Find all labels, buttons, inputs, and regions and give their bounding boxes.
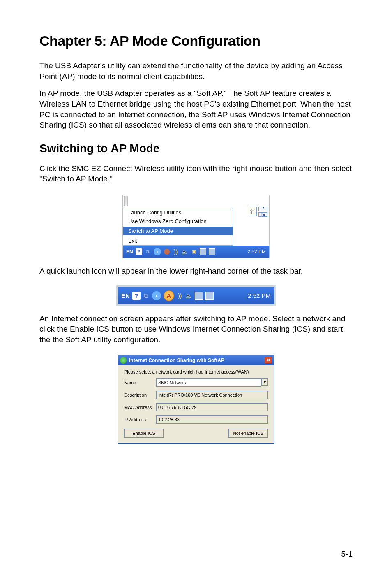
taskbar-closeup-figure: EN ? ⧉ ‹ A )) 🔈 2:52 PM <box>116 286 276 306</box>
description-label: Description <box>124 392 156 397</box>
display-tray-icon[interactable]: ▣ <box>191 248 197 255</box>
dialog-title: Internet Connection Sharing with SoftAP <box>129 357 224 363</box>
signal-icon[interactable]: )) <box>173 248 179 255</box>
tray-icon-1[interactable] <box>195 292 203 300</box>
network-tray-icon[interactable] <box>164 248 170 255</box>
tray-icon-2[interactable] <box>205 292 214 300</box>
help-icon[interactable]: ? <box>136 248 142 255</box>
mac-address-field: 00-16-76-63-5C-79 <box>156 403 268 411</box>
close-icon[interactable]: ✕ <box>265 357 272 364</box>
language-indicator[interactable]: EN <box>121 292 130 299</box>
page-number: 5-1 <box>341 550 353 559</box>
menu-item-windows-zero[interactable]: Use Windows Zero Configuration <box>123 217 233 225</box>
instruction-paragraph-3: An Internet connection screen appears af… <box>39 313 353 345</box>
intro-paragraph-2: In AP mode, the USB Adapter operates as … <box>39 88 353 130</box>
language-indicator[interactable]: EN <box>126 249 133 255</box>
instruction-paragraph-1: Click the SMC EZ Connect Wireless utilit… <box>39 163 353 184</box>
clock: 2:52 PM <box>248 292 271 299</box>
instruction-paragraph-2: A quick launch icon will appear in the l… <box>39 266 353 276</box>
dropdown-arrow-icon[interactable]: ▾ <box>261 378 268 386</box>
dialog-titlebar: Internet Connection Sharing with SoftAP … <box>118 355 274 365</box>
window-restore-icon[interactable]: ⧉ <box>143 292 150 299</box>
tray-icon-1[interactable] <box>200 248 206 255</box>
ap-mode-tray-icon[interactable]: A <box>164 290 174 301</box>
help-icon[interactable]: ? <box>132 292 141 300</box>
scrollbar-stub <box>124 196 128 206</box>
menu-item-switch-ap[interactable]: Switch to AP Mode <box>123 227 233 235</box>
chapter-title: Chapter 5: AP Mode Configuration <box>39 33 353 49</box>
menu-item-exit[interactable]: Exit <box>123 237 233 245</box>
recycle-bin-icon[interactable]: 🗑 <box>248 207 257 216</box>
show-hidden-icons[interactable]: ‹ <box>154 248 161 255</box>
chevron-down-icon[interactable]: ˅ <box>258 207 267 211</box>
enable-ics-button[interactable]: Enable ICS <box>124 429 164 438</box>
name-label: Name <box>124 380 156 385</box>
app-icon <box>120 357 127 364</box>
mac-address-label: MAC Address <box>124 405 156 410</box>
prev-icon[interactable]: ꟾ◂ <box>258 212 267 217</box>
intro-paragraph-1: The USB Adapter's utility can extend the… <box>39 60 353 81</box>
signal-icon[interactable]: )) <box>177 292 183 299</box>
dialog-prompt: Please select a network card which had I… <box>124 369 268 374</box>
ics-dialog: Internet Connection Sharing with SoftAP … <box>118 355 274 444</box>
menu-item-launch-config[interactable]: Launch Config Utilities <box>123 208 233 217</box>
volume-icon[interactable]: 🔈 <box>182 248 188 255</box>
taskbar: EN ? ⧉ ‹ )) 🔈 ▣ 2:52 PM <box>123 246 269 258</box>
tray-context-menu: Launch Config Utilities Use Windows Zero… <box>123 208 233 246</box>
name-select[interactable]: SMC Network <box>156 378 261 387</box>
show-hidden-icons[interactable]: ‹ <box>152 291 161 300</box>
not-enable-ics-button[interactable]: Not enable ICS <box>228 429 268 438</box>
clock: 2:52 PM <box>247 249 266 255</box>
ip-address-field: 10.2.28.88 <box>156 415 268 424</box>
taskbar-closeup: EN ? ⧉ ‹ A )) 🔈 2:52 PM <box>118 287 274 304</box>
description-field: Intel(R) PRO/100 VE Network Connection <box>156 391 268 399</box>
volume-icon[interactable]: 🔈 <box>186 292 192 299</box>
tray-icon-2[interactable] <box>209 248 215 255</box>
ip-address-label: IP Address <box>124 417 156 422</box>
context-menu-figure: 🗑 ˅ ꟾ◂ Launch Config Utilities Use Windo… <box>122 195 270 258</box>
window-restore-icon[interactable]: ⧉ <box>145 248 151 255</box>
section-heading: Switching to AP Mode <box>39 142 353 155</box>
